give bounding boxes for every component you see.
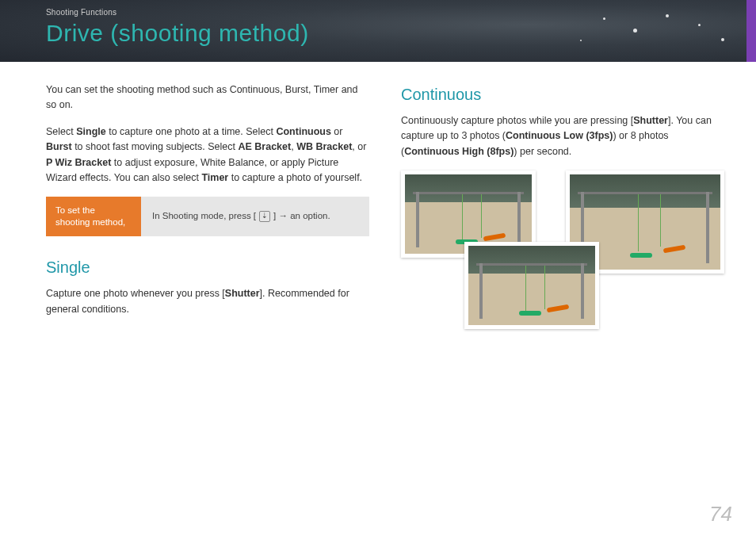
single-paragraph: Capture one photo whenever you press [Sh… <box>46 286 369 317</box>
sparkle-icon <box>603 17 605 20</box>
continuous-photo-collage <box>401 170 724 361</box>
instruction-body: In Shooting mode, press [ ⇣ ] → an optio… <box>141 197 369 236</box>
single-heading: Single <box>46 255 369 280</box>
breadcrumb: Shooting Functions <box>46 8 756 17</box>
right-column: Continuous Continuously capture photos w… <box>401 82 724 361</box>
manual-page: Shooting Functions Drive (shooting metho… <box>0 0 756 536</box>
modes-paragraph: Select Single to capture one photo at a … <box>46 124 369 186</box>
instruction-row: To set the shooting method, In Shooting … <box>46 197 369 236</box>
page-number: 74 <box>709 502 732 526</box>
continuous-paragraph: Continuously capture photos while you ar… <box>401 113 724 159</box>
instruction-label: To set the shooting method, <box>46 197 141 236</box>
continuous-heading: Continuous <box>401 82 724 107</box>
intro-paragraph: You can set the shooting method such as … <box>46 82 369 113</box>
page-title: Drive (shooting method) <box>46 20 756 47</box>
page-header: Shooting Functions Drive (shooting metho… <box>0 0 756 62</box>
sparkle-icon <box>698 24 701 26</box>
left-column: You can set the shooting method such as … <box>46 82 369 361</box>
sparkle-icon <box>666 14 669 17</box>
drive-button-icon: ⇣ <box>259 211 270 222</box>
sparkle-icon <box>633 29 637 33</box>
sparkle-icon <box>580 40 582 41</box>
sample-photo <box>464 242 599 329</box>
content-columns: You can set the shooting method such as … <box>0 62 756 361</box>
sparkle-icon <box>721 38 724 41</box>
